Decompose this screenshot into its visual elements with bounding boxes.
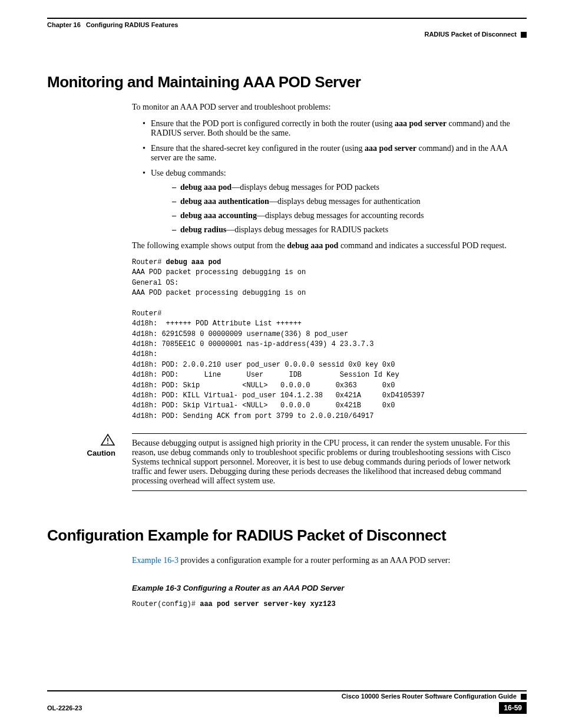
debug-output: Router# debug aaa pod AAA POD packet pro…	[132, 258, 527, 421]
page: Chapter 16 Configuring RADIUS Features R…	[0, 0, 562, 728]
footer: Cisco 10000 Series Router Software Confi…	[47, 690, 527, 714]
caution-text: Because debugging output is assigned hig…	[132, 433, 527, 491]
example-lead: The following example shows output from …	[132, 241, 527, 252]
sub-item: debug aaa pod—displays debug messages fo…	[172, 183, 527, 192]
example-title: Example 16-3 Configuring a Router as an …	[132, 583, 527, 594]
running-header-left: Chapter 16 Configuring RADIUS Features	[47, 18, 527, 28]
config-output: Router(config)# aaa pod server server-ke…	[132, 599, 527, 610]
bullet-item: Use debug commands: debug aaa pod—displa…	[143, 169, 527, 235]
sub-item: debug aaa authentication—displays debug …	[172, 197, 527, 206]
caution-block: Caution Because debugging output is assi…	[47, 433, 527, 491]
chapter-number: Chapter 16	[47, 21, 81, 28]
header-square-icon	[521, 32, 527, 38]
doc-id: OL-2226-23	[47, 704, 82, 711]
heading-monitoring: Monitoring and Maintaining AAA POD Serve…	[47, 73, 527, 91]
sub-item: debug radius—displays debug messages for…	[172, 225, 527, 235]
bullet-list: Ensure that the POD port is configured c…	[132, 119, 527, 235]
sub-item: debug aaa accounting—displays debug mess…	[172, 211, 527, 220]
page-number: 16-59	[499, 702, 527, 714]
example-link[interactable]: Example 16-3	[132, 556, 178, 565]
bullet-item: Ensure that the POD port is configured c…	[143, 119, 527, 138]
caution-label: Caution	[87, 449, 115, 457]
intro-text: To monitor an AAA POD server and trouble…	[132, 102, 527, 113]
caution-icon	[47, 433, 115, 449]
heading-configuration-example: Configuration Example for RADIUS Packet …	[47, 526, 527, 545]
bullet-item: Ensure that the shared-secret key config…	[143, 144, 527, 163]
svg-point-2	[107, 443, 108, 444]
conf-intro: Example 16-3 provides a configuration ex…	[132, 555, 527, 566]
chapter-title: Configuring RADIUS Features	[86, 21, 178, 28]
guide-title: Cisco 10000 Series Router Software Confi…	[342, 693, 517, 700]
sub-list: debug aaa pod—displays debug messages fo…	[161, 183, 527, 235]
footer-square-icon	[521, 694, 527, 700]
running-header-right: RADIUS Packet of Disconnect	[47, 31, 527, 38]
section-name: RADIUS Packet of Disconnect	[424, 31, 516, 38]
